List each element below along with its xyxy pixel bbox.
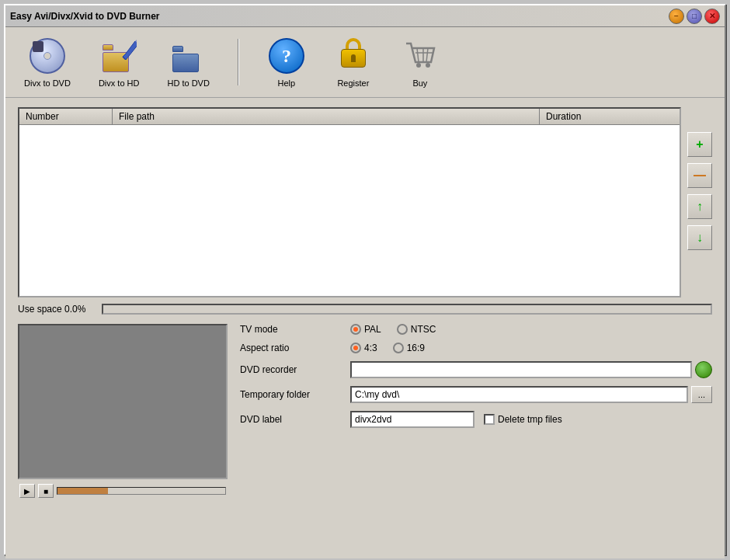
player-controls: ▶ ■ xyxy=(18,484,228,498)
tv-mode-options: PAL NTSC xyxy=(350,324,436,335)
temp-folder-row: Temporary folder ... xyxy=(240,386,712,403)
tv-mode-row: TV mode PAL NTSC xyxy=(240,324,712,335)
ntsc-radio[interactable] xyxy=(397,324,408,335)
toolbar-register[interactable]: Register xyxy=(328,33,379,91)
maximize-button[interactable]: □ xyxy=(687,9,702,24)
delete-tmp-label: Delete tmp files xyxy=(498,414,562,425)
window-title: Easy Avi/Divx/Xvid to DVD Burner xyxy=(10,11,160,22)
aspect-ratio-options: 4:3 16:9 xyxy=(350,343,425,353)
temp-folder-label: Temporary folder xyxy=(240,389,341,400)
column-header-filepath: File path xyxy=(113,109,540,124)
dvd-label-row: DVD label Delete tmp files xyxy=(240,411,712,428)
temp-folder-input-row: ... xyxy=(350,386,712,403)
temp-folder-input[interactable] xyxy=(350,386,688,403)
column-header-duration: Duration xyxy=(540,109,680,124)
ntsc-option[interactable]: NTSC xyxy=(397,324,436,335)
aspect-ratio-row: Aspect ratio 4:3 16:9 xyxy=(240,343,712,353)
title-buttons: − □ ✕ xyxy=(669,9,720,24)
help-icon: ? xyxy=(267,37,306,75)
help-label: Help xyxy=(278,78,296,88)
delete-tmp-row: Delete tmp files xyxy=(484,414,562,425)
divx-to-dvd-label: Divx to DVD xyxy=(24,78,71,88)
aspect-16-9-label: 16:9 xyxy=(407,343,425,353)
dvd-recorder-refresh-button[interactable] xyxy=(695,361,712,378)
move-down-button[interactable]: ↓ xyxy=(687,225,712,250)
svg-point-8 xyxy=(426,63,430,68)
main-content: Number File path Duration + — ↑ ↓ Use sp… xyxy=(5,98,725,558)
use-space-label: Use space 0.0% xyxy=(18,304,96,315)
svg-line-4 xyxy=(417,48,419,62)
file-list-table: Number File path Duration xyxy=(18,107,681,297)
svg-point-7 xyxy=(416,63,421,68)
ntsc-label: NTSC xyxy=(411,324,436,335)
settings-panel: TV mode PAL NTSC Aspect ratio xyxy=(240,324,712,498)
aspect-4-3-label: 4:3 xyxy=(364,343,377,353)
dvd-recorder-input-row xyxy=(350,361,712,378)
divx-to-hd-icon xyxy=(99,37,138,75)
tv-mode-label: TV mode xyxy=(240,324,341,335)
file-list-header: Number File path Duration xyxy=(19,109,680,125)
title-bar: Easy Avi/Divx/Xvid to DVD Burner − □ ✕ xyxy=(5,5,725,27)
seek-bar[interactable] xyxy=(57,487,226,495)
move-up-button[interactable]: ↑ xyxy=(687,194,712,219)
file-list-body[interactable] xyxy=(19,125,680,296)
preview-column: ▶ ■ xyxy=(18,324,228,498)
buy-icon xyxy=(401,37,440,75)
toolbar-separator xyxy=(238,39,239,85)
svg-line-6 xyxy=(426,48,428,62)
stop-button[interactable]: ■ xyxy=(38,484,54,498)
dvd-label-input[interactable] xyxy=(350,411,474,428)
divx-to-dvd-icon xyxy=(28,37,67,75)
file-list-container: Number File path Duration + — ↑ ↓ xyxy=(18,107,712,297)
use-space-row: Use space 0.0% xyxy=(18,304,712,315)
dvd-recorder-input[interactable] xyxy=(350,361,692,378)
side-buttons: + — ↑ ↓ xyxy=(687,107,712,297)
aspect-4-3-option[interactable]: 4:3 xyxy=(350,343,377,353)
hd-to-dvd-label: HD to DVD xyxy=(167,78,209,88)
video-preview xyxy=(18,324,228,479)
aspect-16-9-radio[interactable] xyxy=(393,343,404,353)
svg-marker-0 xyxy=(123,41,137,60)
hd-to-dvd-icon xyxy=(169,37,208,75)
aspect-4-3-radio[interactable] xyxy=(350,343,361,353)
aspect-ratio-label: Aspect ratio xyxy=(240,343,341,353)
delete-tmp-checkbox[interactable] xyxy=(484,414,495,425)
browse-button[interactable]: ... xyxy=(691,386,712,403)
pal-radio[interactable] xyxy=(350,324,361,335)
toolbar: Divx to DVD Divx to HD xyxy=(5,27,725,98)
dvd-recorder-row: DVD recorder xyxy=(240,361,712,378)
toolbar-help[interactable]: ? Help xyxy=(261,33,312,91)
add-file-button[interactable]: + xyxy=(687,132,712,157)
toolbar-divx-to-hd[interactable]: Divx to HD xyxy=(92,33,146,91)
remove-file-button[interactable]: — xyxy=(687,163,712,188)
play-button[interactable]: ▶ xyxy=(19,484,35,498)
column-header-number: Number xyxy=(19,109,113,124)
close-button[interactable]: ✕ xyxy=(704,9,720,24)
dvd-label-label: DVD label xyxy=(240,414,341,425)
bottom-section: ▶ ■ TV mode PAL xyxy=(18,324,712,498)
register-label: Register xyxy=(337,78,369,88)
register-icon xyxy=(334,37,373,75)
toolbar-divx-to-dvd[interactable]: Divx to DVD xyxy=(18,33,77,91)
toolbar-buy[interactable]: Buy xyxy=(395,33,446,91)
divx-to-hd-label: Divx to HD xyxy=(99,78,140,88)
minimize-button[interactable]: − xyxy=(669,9,684,24)
aspect-16-9-option[interactable]: 16:9 xyxy=(393,343,425,353)
toolbar-hd-to-dvd[interactable]: HD to DVD xyxy=(161,33,215,91)
dvd-recorder-label: DVD recorder xyxy=(240,364,341,375)
pal-label: PAL xyxy=(364,324,381,335)
buy-label: Buy xyxy=(412,78,427,88)
pal-option[interactable]: PAL xyxy=(350,324,381,335)
main-window: Easy Avi/Divx/Xvid to DVD Burner − □ ✕ D… xyxy=(4,4,726,555)
use-space-bar xyxy=(102,304,712,315)
